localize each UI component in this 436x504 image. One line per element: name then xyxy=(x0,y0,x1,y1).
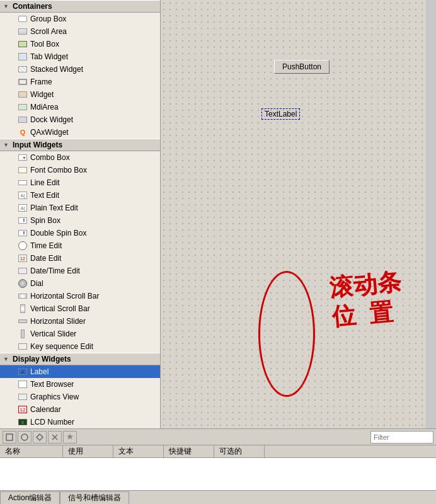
tool-box-icon xyxy=(18,39,28,49)
toolbar-btn-delete[interactable] xyxy=(48,431,62,444)
item-graphics-view[interactable]: Graphics View xyxy=(0,391,160,403)
text-browser-icon xyxy=(18,379,28,389)
item-time-edit[interactable]: Time Edit xyxy=(0,239,160,252)
label-icon: A xyxy=(18,367,28,377)
item-group-box[interactable]: Group Box xyxy=(0,13,160,25)
tab-widget-icon xyxy=(18,52,28,62)
bottom-table: 名称 使用 文本 快捷键 可选的 xyxy=(0,445,436,490)
toolbar-btn-1[interactable] xyxy=(3,431,16,444)
item-dock-widget[interactable]: Dock Widget xyxy=(0,113,160,126)
col-shortcut: 快捷键 xyxy=(164,445,214,457)
item-hscroll-bar[interactable]: Horizontal Scroll Bar xyxy=(0,290,160,302)
section-input-widgets[interactable]: Input Widgets xyxy=(0,139,160,151)
item-line-edit[interactable]: Line Edit xyxy=(0,176,160,189)
item-scroll-area[interactable]: Scroll Area xyxy=(0,25,160,38)
item-hslider[interactable]: Horizontal Slider xyxy=(0,315,160,328)
frame-icon xyxy=(18,77,28,87)
lcd-icon: 8 xyxy=(18,417,28,427)
text-edit-icon: A| xyxy=(18,190,28,200)
double-spin-box-icon xyxy=(18,228,28,238)
section-display-widgets[interactable]: Display Widgets xyxy=(0,353,160,365)
annotation-circle xyxy=(258,271,315,397)
dial-icon xyxy=(18,278,28,289)
push-button[interactable]: PushButton xyxy=(274,60,330,74)
item-label[interactable]: A Label xyxy=(0,365,160,378)
item-mdi-area[interactable]: MdiArea xyxy=(0,101,160,113)
scroll-area-icon xyxy=(18,26,28,37)
canvas-area[interactable]: PushButton TextLabel 滚动条位 置 xyxy=(161,0,426,428)
hscroll-bar-icon xyxy=(18,291,28,301)
col-name: 名称 xyxy=(0,445,63,457)
keyseq-icon xyxy=(18,341,28,352)
item-text-browser[interactable]: Text Browser xyxy=(0,378,160,391)
toolbar-btn-settings[interactable] xyxy=(63,431,77,444)
left-panel: Containers Group Box Scroll Area Tool Bo… xyxy=(0,0,161,428)
bottom-tabs: Action编辑器 信号和槽编辑器 xyxy=(0,490,436,504)
item-tab-widget[interactable]: Tab Widget xyxy=(0,50,160,63)
item-date-edit[interactable]: 12 Date Edit xyxy=(0,252,160,265)
toolbar-btn-3[interactable] xyxy=(33,431,47,444)
main-area: Containers Group Box Scroll Area Tool Bo… xyxy=(0,0,436,428)
item-datetime-edit[interactable]: Date/Time Edit xyxy=(0,265,160,277)
spin-box-icon xyxy=(18,215,28,226)
group-box-icon xyxy=(18,14,28,24)
annotation-text: 滚动条位 置 xyxy=(328,268,405,331)
dock-icon xyxy=(18,115,28,125)
datetime-edit-icon xyxy=(18,266,28,276)
item-calendar[interactable]: 12 Calendar xyxy=(0,403,160,416)
item-font-combo-box[interactable]: Font Combo Box xyxy=(0,164,160,176)
filter-input[interactable] xyxy=(370,431,433,444)
plain-text-edit-icon: A| xyxy=(18,203,28,213)
time-edit-icon xyxy=(18,241,28,251)
item-double-spin-box[interactable]: Double Spin Box xyxy=(0,227,160,239)
font-combo-box-icon xyxy=(18,165,28,175)
item-dial[interactable]: Dial xyxy=(0,277,160,290)
section-containers[interactable]: Containers xyxy=(0,0,160,13)
col-use: 使用 xyxy=(63,445,113,457)
bottom-panel: 名称 使用 文本 快捷键 可选的 Action编辑器 信号和槽编辑器 xyxy=(0,428,436,504)
hslider-icon xyxy=(18,316,28,326)
right-panel: PushButton TextLabel 滚动条位 置 xyxy=(161,0,436,428)
item-widget[interactable]: Widget xyxy=(0,88,160,101)
vscroll-bar-icon xyxy=(18,304,28,314)
text-label[interactable]: TextLabel xyxy=(261,108,300,120)
bottom-toolbar xyxy=(0,429,436,445)
toolbar-btn-2[interactable] xyxy=(18,431,32,444)
table-body xyxy=(0,458,436,490)
item-spin-box[interactable]: Spin Box xyxy=(0,214,160,227)
col-text: 文本 xyxy=(113,445,164,457)
item-lcd-number[interactable]: 8 LCD Number xyxy=(0,416,160,428)
item-text-edit[interactable]: A| Text Edit xyxy=(0,189,160,202)
item-frame[interactable]: Frame xyxy=(0,76,160,88)
combo-box-icon xyxy=(18,152,28,163)
tab-action-editor[interactable]: Action编辑器 xyxy=(0,491,60,504)
table-header: 名称 使用 文本 快捷键 可选的 xyxy=(0,445,436,458)
line-edit-icon xyxy=(18,178,28,188)
item-plain-text-edit[interactable]: A| Plain Text Edit xyxy=(0,202,160,214)
stacked-widget-icon xyxy=(18,64,28,74)
item-stacked-widget[interactable]: Stacked Widget xyxy=(0,63,160,76)
calendar-icon: 12 xyxy=(18,404,28,415)
item-combo-box[interactable]: Combo Box xyxy=(0,151,160,164)
item-tool-box[interactable]: Tool Box xyxy=(0,38,160,50)
item-keyseq-edit[interactable]: Key sequence Edit xyxy=(0,340,160,353)
vslider-icon xyxy=(18,329,28,339)
svg-rect-0 xyxy=(6,434,13,440)
item-qax-widget[interactable]: Q QAxWidget xyxy=(0,126,160,139)
widget-icon xyxy=(18,89,28,100)
item-vscroll-bar[interactable]: Vertical Scroll Bar xyxy=(0,302,160,315)
toolbox-list[interactable]: Containers Group Box Scroll Area Tool Bo… xyxy=(0,0,160,428)
date-edit-icon: 12 xyxy=(18,253,28,263)
qax-icon: Q xyxy=(18,127,28,137)
graphics-view-icon xyxy=(18,392,28,402)
tab-signal-slot-editor[interactable]: 信号和槽编辑器 xyxy=(60,491,129,504)
item-vslider[interactable]: Vertical Slider xyxy=(0,328,160,340)
svg-point-1 xyxy=(21,434,28,440)
col-optional: 可选的 xyxy=(214,445,265,457)
mdi-icon xyxy=(18,102,28,112)
